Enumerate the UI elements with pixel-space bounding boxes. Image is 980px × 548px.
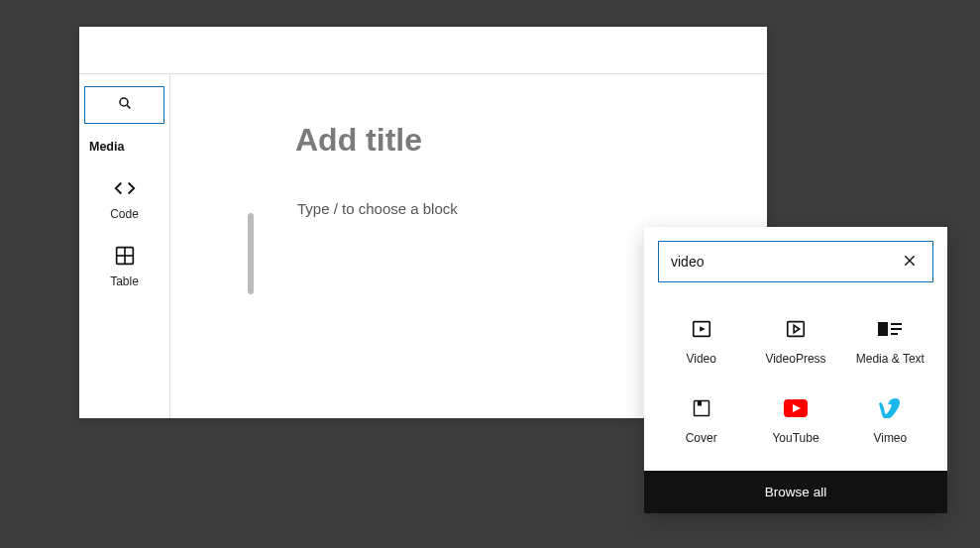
svg-rect-14 bbox=[891, 333, 898, 335]
svg-point-0 bbox=[120, 98, 128, 106]
sidebar-block-label: Table bbox=[110, 274, 139, 288]
inserter-item-label: Video bbox=[686, 352, 715, 366]
svg-rect-12 bbox=[891, 323, 902, 325]
browse-all-button[interactable]: Browse all bbox=[644, 471, 947, 513]
inserter-item-label: Media & Text bbox=[856, 352, 925, 366]
svg-rect-16 bbox=[697, 401, 701, 406]
search-icon bbox=[117, 95, 133, 115]
inserter-item-cover[interactable]: Cover bbox=[654, 384, 748, 463]
sidebar-scrollbar[interactable] bbox=[248, 116, 254, 433]
sidebar-block-label: Code bbox=[110, 207, 139, 221]
inserter-item-videopress[interactable]: VideoPress bbox=[748, 304, 842, 384]
inserter-item-youtube[interactable]: YouTube bbox=[748, 384, 842, 463]
video-icon bbox=[691, 318, 712, 340]
sidebar-search-input[interactable] bbox=[84, 86, 164, 124]
editor-topbar bbox=[79, 27, 767, 74]
code-icon bbox=[114, 177, 136, 199]
vimeo-icon bbox=[879, 397, 901, 419]
youtube-icon bbox=[784, 397, 808, 419]
block-inserter-popover: Video VideoPress Media & Text Cover YouT bbox=[644, 227, 947, 513]
svg-marker-10 bbox=[794, 325, 800, 332]
inserter-item-label: Vimeo bbox=[873, 431, 907, 445]
sidebar-block-list: Code Table bbox=[79, 162, 169, 288]
scrollbar-thumb[interactable] bbox=[248, 213, 254, 294]
inserter-search-wrapper bbox=[658, 241, 933, 282]
svg-line-1 bbox=[127, 105, 130, 108]
inserter-item-video[interactable]: Video bbox=[654, 304, 748, 384]
svg-rect-11 bbox=[878, 322, 888, 336]
inserter-item-label: VideoPress bbox=[765, 352, 825, 366]
inserter-results-grid: Video VideoPress Media & Text Cover YouT bbox=[644, 292, 947, 471]
svg-marker-8 bbox=[700, 326, 706, 332]
clear-search-button[interactable] bbox=[899, 250, 921, 274]
videopress-icon bbox=[785, 318, 807, 340]
title-input[interactable]: Add title bbox=[295, 122, 721, 159]
media-text-icon bbox=[878, 318, 902, 340]
sidebar-block-table[interactable]: Table bbox=[79, 245, 169, 288]
svg-rect-9 bbox=[788, 322, 805, 337]
svg-rect-13 bbox=[891, 328, 902, 330]
sidebar-section-label: Media bbox=[79, 128, 169, 162]
sidebar-block-code[interactable]: Code bbox=[79, 177, 169, 221]
cover-icon bbox=[692, 397, 711, 419]
inserter-item-label: YouTube bbox=[772, 431, 818, 445]
inserter-search-input[interactable] bbox=[671, 254, 899, 270]
inserter-item-label: Cover bbox=[686, 431, 717, 445]
body-input[interactable]: Type / to choose a block bbox=[297, 200, 721, 217]
close-icon bbox=[903, 254, 917, 271]
block-sidebar: Media Code Table bbox=[79, 74, 170, 418]
inserter-item-media-text[interactable]: Media & Text bbox=[843, 304, 937, 384]
inserter-search-row bbox=[644, 227, 947, 292]
table-icon bbox=[115, 245, 135, 267]
inserter-item-vimeo[interactable]: Vimeo bbox=[843, 384, 937, 463]
